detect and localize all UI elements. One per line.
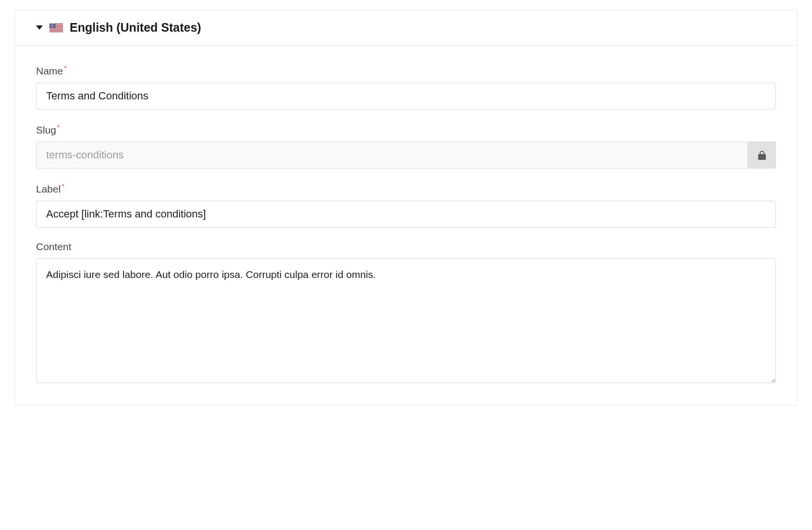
locale-panel: English (United States) Name* Slug* [14,10,798,406]
svg-point-17 [52,25,53,26]
field-group-slug: Slug* [36,123,776,169]
label-field-label: Label* [36,182,776,195]
svg-point-15 [50,25,50,26]
content-label-text: Content [36,241,72,252]
svg-point-14 [53,24,54,25]
field-group-name: Name* [36,64,776,109]
chevron-down-icon [36,25,43,30]
us-flag-icon [49,24,63,32]
required-asterisk: * [62,182,64,190]
svg-rect-4 [49,28,63,28]
svg-point-12 [51,24,51,25]
required-asterisk: * [57,123,60,131]
svg-rect-5 [49,29,63,30]
svg-point-24 [52,27,53,27]
svg-point-22 [50,27,50,27]
required-asterisk: * [64,64,67,72]
svg-point-11 [54,24,54,24]
field-group-label: Label* [36,182,776,228]
panel-header[interactable]: English (United States) [15,10,797,46]
name-label-text: Name [36,65,63,76]
content-label: Content [36,241,776,253]
panel-title: English (United States) [70,21,201,35]
label-input[interactable] [36,201,776,228]
slug-label: Slug* [36,123,776,136]
svg-point-25 [54,27,54,27]
label-field-label-text: Label [36,183,61,194]
svg-point-21 [53,26,54,26]
svg-point-8 [50,24,50,24]
name-label: Name* [36,64,776,77]
svg-point-9 [51,24,52,24]
svg-rect-6 [49,31,63,31]
content-textarea[interactable] [36,258,776,383]
svg-point-19 [51,26,51,26]
svg-point-16 [51,25,52,26]
svg-point-23 [51,27,52,27]
panel-body: Name* Slug* Label* [15,46,797,405]
slug-input [36,142,748,169]
svg-point-10 [52,24,53,24]
svg-point-18 [54,25,54,26]
name-input[interactable] [36,83,776,109]
slug-label-text: Slug [36,124,56,135]
slug-input-group [36,142,776,169]
svg-point-20 [52,26,52,26]
field-group-content: Content [36,241,776,385]
lock-icon [758,150,766,160]
slug-lock-addon[interactable] [748,142,776,169]
svg-point-13 [52,24,52,25]
